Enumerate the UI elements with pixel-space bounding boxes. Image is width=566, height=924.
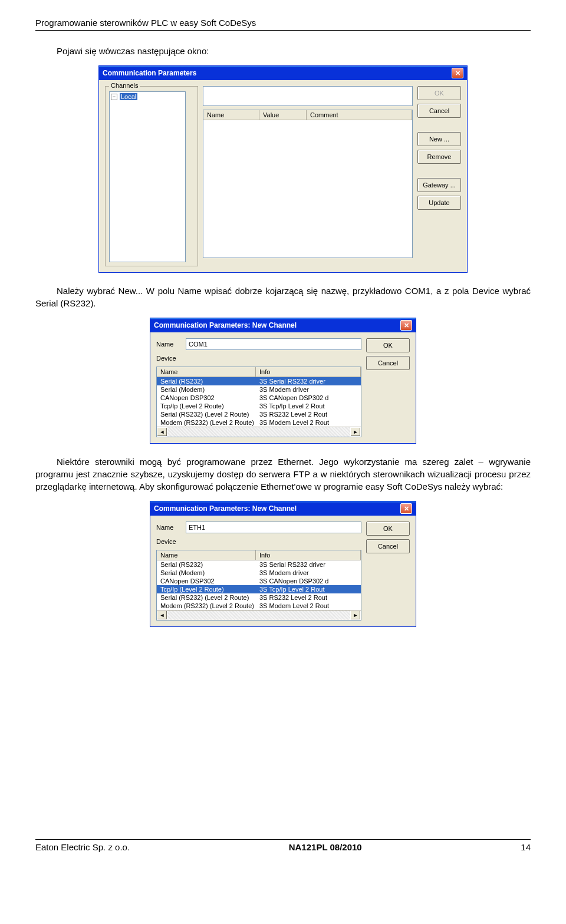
col-comment[interactable]: Comment (307, 110, 412, 120)
tree-toggle-icon[interactable]: − (111, 94, 117, 100)
dialog-comm-params: Communication Parameters ✕ Channels − Lo… (98, 65, 468, 273)
window-title: Communication Parameters: New Channel (154, 321, 297, 329)
footer-left: Eaton Electric Sp. z o.o. (35, 842, 130, 852)
channels-tree[interactable]: − Local (109, 91, 186, 262)
page-footer: Eaton Electric Sp. z o.o. NA121PL 08/201… (35, 839, 531, 852)
cancel-button[interactable]: Cancel (366, 356, 410, 370)
device-list[interactable]: Name Info Serial (RS232)3S Serial RS232 … (156, 550, 361, 621)
scroll-left-icon[interactable]: ◄ (157, 427, 167, 437)
list-item[interactable]: Serial (RS232) (Level 2 Route)3S RS232 L… (157, 410, 361, 418)
window-title: Communication Parameters (103, 69, 196, 77)
name-label: Name (156, 523, 181, 532)
device-label: Device (156, 537, 361, 546)
ok-button[interactable]: OK (417, 86, 461, 100)
close-icon[interactable]: ✕ (400, 503, 412, 514)
footer-center: NA121PL 08/2010 (289, 842, 362, 852)
list-item[interactable]: Serial (Modem)3S Modem driver (157, 385, 361, 394)
titlebar[interactable]: Communication Parameters: New Channel ✕ (150, 501, 416, 516)
cancel-button[interactable]: Cancel (366, 539, 410, 553)
list-item[interactable]: Modem (RS232) (Level 2 Route)3S Modem Le… (157, 418, 361, 427)
list-item[interactable]: Tcp/Ip (Level 2 Route)3S Tcp/Ip Level 2 … (157, 585, 361, 593)
paragraph-1: Należy wybrać New... W polu Name wpisać … (35, 285, 531, 309)
update-button[interactable]: Update (417, 196, 461, 210)
list-item[interactable]: CANopen DSP3023S CANopen DSP302 d (157, 394, 361, 402)
ok-button[interactable]: OK (366, 338, 410, 352)
horizontal-scrollbar[interactable]: ◄ ► (157, 427, 361, 437)
paragraph-2: Niektóre sterowniki mogą być programowan… (35, 456, 531, 493)
list-item[interactable]: CANopen DSP3023S CANopen DSP302 d (157, 577, 361, 585)
remove-button[interactable]: Remove (417, 150, 461, 164)
dialog-new-channel-com1: Communication Parameters: New Channel ✕ … (150, 318, 416, 444)
device-label: Device (156, 354, 361, 363)
col-name[interactable]: Name (203, 110, 259, 120)
page-header: Programowanie sterowników PLC w easy Sof… (35, 18, 531, 31)
new-button[interactable]: New ... (417, 132, 461, 146)
scroll-right-icon[interactable]: ► (350, 427, 361, 437)
tree-item-local[interactable]: Local (120, 93, 137, 100)
scroll-right-icon[interactable]: ► (350, 610, 361, 620)
name-input[interactable]: COM1 (186, 338, 361, 350)
col-info[interactable]: Info (256, 367, 361, 377)
dialog-new-channel-eth1: Communication Parameters: New Channel ✕ … (150, 501, 416, 627)
list-item[interactable]: Tcp/Ip (Level 2 Route)3S Tcp/Ip Level 2 … (157, 402, 361, 410)
col-value[interactable]: Value (259, 110, 307, 120)
list-item[interactable]: Modem (RS232) (Level 2 Route)3S Modem Le… (157, 602, 361, 610)
close-icon[interactable]: ✕ (452, 68, 463, 78)
list-item[interactable]: Serial (RS232) (Level 2 Route)3S RS232 L… (157, 593, 361, 602)
col-name[interactable]: Name (157, 367, 256, 377)
close-icon[interactable]: ✕ (400, 320, 412, 331)
device-list[interactable]: Name Info Serial (RS232)3S Serial RS232 … (156, 367, 361, 437)
channels-label: Channels (109, 82, 140, 89)
titlebar[interactable]: Communication Parameters: New Channel ✕ (150, 318, 416, 332)
name-label: Name (156, 339, 181, 349)
scroll-left-icon[interactable]: ◄ (157, 610, 167, 620)
intro-text: Pojawi się wówczas następujące okno: (35, 45, 531, 57)
name-input[interactable]: ETH1 (186, 522, 361, 533)
footer-page-number: 14 (521, 842, 531, 852)
horizontal-scrollbar[interactable]: ◄ ► (157, 610, 361, 620)
window-title: Communication Parameters: New Channel (154, 504, 297, 513)
list-item[interactable]: Serial (RS232)3S Serial RS232 driver (157, 560, 361, 569)
titlebar[interactable]: Communication Parameters ✕ (99, 66, 467, 80)
col-name[interactable]: Name (157, 550, 256, 560)
gateway-button[interactable]: Gateway ... (417, 178, 461, 192)
cancel-button[interactable]: Cancel (417, 104, 461, 118)
list-item[interactable]: Serial (Modem)3S Modem driver (157, 569, 361, 577)
list-header: Name Value Comment (203, 110, 412, 120)
list-item[interactable]: Serial (RS232)3S Serial RS232 driver (157, 377, 361, 385)
ok-button[interactable]: OK (366, 522, 410, 536)
col-info[interactable]: Info (256, 550, 361, 560)
